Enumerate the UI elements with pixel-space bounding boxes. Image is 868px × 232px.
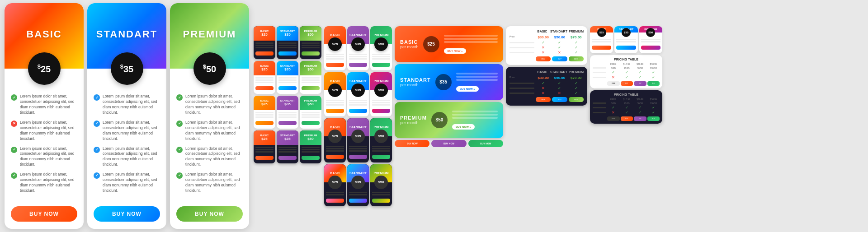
dark3-standart-btn[interactable] — [349, 155, 367, 159]
circle-standart-btn[interactable] — [349, 63, 367, 67]
check-icon-blue: ✓ — [94, 94, 100, 101]
dark2-premium-btn[interactable] — [302, 156, 320, 160]
check-icon-green-2: ✓ — [11, 147, 17, 153]
circle-premium-btn[interactable] — [372, 63, 390, 67]
premium-buy-button[interactable]: BUY NOW — [176, 206, 243, 222]
dark-free-btn[interactable]: FREE — [607, 116, 620, 121]
tier1-btn[interactable]: BUY — [621, 81, 633, 86]
check-icon-blue-3: ✓ — [94, 147, 100, 153]
dark-line-3 — [255, 47, 274, 48]
dark-standart-body — [277, 41, 298, 59]
main-pricing-cards: BASIC $25 ✓ Lorem ipsum dolor sit amet, … — [5, 3, 249, 228]
rainbow-standart-btn[interactable] — [349, 199, 367, 203]
circle-standart: STANDART $35 — [347, 26, 369, 70]
dark-basic-buy[interactable]: BUY NOW — [395, 140, 429, 147]
basic-title: BASIC — [26, 28, 61, 40]
dark-standart-btn[interactable] — [278, 51, 297, 56]
dark2-basic-btn[interactable] — [255, 156, 274, 160]
dark3-basic-btn[interactable] — [326, 155, 344, 159]
dark-prem-line-2 — [302, 45, 320, 46]
circle2-basic-btn[interactable] — [326, 109, 344, 113]
ptag-basic-btn[interactable] — [592, 46, 611, 50]
ptag-standart: STANDART $35 — [614, 26, 637, 53]
dark-mini-row-1: BASIC $25 STANDART $35 — [254, 26, 321, 59]
dark-tier1-btn[interactable]: BUY — [621, 116, 633, 121]
dark-premium-price: $50 — [307, 32, 313, 37]
std-feature-1: ✓ Lorem ipsum dolor sit amet, consectetu… — [94, 94, 160, 116]
dark-standart-header: STANDART $35 — [277, 26, 298, 41]
white-premium-btn[interactable] — [302, 86, 320, 90]
comp-premium-btn[interactable]: BUY — [569, 56, 584, 61]
rainbow-premium-btn[interactable] — [372, 199, 390, 203]
basic-banner-btn[interactable]: BUY NOW » — [444, 48, 467, 54]
comp-basic-btn[interactable]: BUY — [536, 56, 551, 61]
dark-comp-standart-btn[interactable]: BUY — [552, 97, 567, 102]
circle2-premium-btn[interactable] — [372, 109, 390, 113]
white-basic-btn[interactable] — [255, 86, 274, 90]
standart-price-circle: $35 — [111, 52, 143, 85]
standart-buy-button[interactable]: BUY NOW — [94, 206, 160, 222]
white-standart-card: STANDART $35 — [277, 61, 298, 94]
circle-basic: BASIC $25 — [324, 26, 346, 70]
standart-price: $35 — [120, 63, 133, 74]
dark2-standart-btn[interactable] — [278, 156, 297, 160]
tier2-btn[interactable]: BUY — [634, 81, 646, 86]
dark-standart-price: $35 — [284, 32, 290, 37]
dark-btn-row: BUY NOW BUY NOW BUY NOW — [395, 140, 503, 147]
dark3-premium-btn[interactable] — [372, 155, 390, 159]
white-basic-card: BASIC $25 — [254, 61, 275, 94]
green-premium-btn[interactable] — [302, 121, 320, 125]
premium-card: PREMIUM $50 ✓ Lorem ipsum dolor sit amet… — [170, 3, 249, 228]
purple-standart-btn[interactable] — [278, 121, 297, 125]
circle2-standart-btn[interactable] — [349, 109, 367, 113]
comp-col-premium: PREMIUM — [569, 30, 584, 33]
dark-standart-buy[interactable]: BUY NOW — [431, 140, 466, 147]
dark-basic-btn[interactable] — [255, 51, 274, 56]
std-feature-2: ✓ Lorem ipsum dolor sit amet, consectetu… — [94, 120, 160, 142]
comp-standart-btn[interactable]: BUY — [552, 56, 567, 61]
basic-buy-button[interactable]: BUY NOW — [11, 206, 77, 222]
white-basic-header: BASIC $25 — [254, 61, 275, 75]
dark-premium-card: PREMIUM $50 — [300, 26, 321, 59]
dark-comp-btn-row: BUY BUY BUY — [509, 97, 584, 102]
premium-banner: PREMIUM per month $50 BUY NOW » — [395, 102, 503, 138]
premium-banner-btn[interactable]: BUY NOW » — [452, 124, 475, 130]
circle-premium-price: $50 — [374, 37, 388, 51]
dark-comp-col-basic: BASIC — [536, 70, 549, 74]
dark-comp-premium-btn[interactable]: BUY — [569, 97, 584, 102]
dark-premium-btn[interactable] — [302, 51, 320, 56]
check-icon-prem-3: ✓ — [176, 147, 183, 153]
ptag-premium-btn[interactable] — [641, 46, 660, 50]
ptag-basic: BASIC $25 — [590, 26, 613, 53]
ptag-standart-btn[interactable] — [616, 46, 636, 50]
basic-price: $25 — [38, 63, 51, 74]
circle-row-3: BASIC $25 STANDART $35 — [324, 118, 392, 162]
dark-comp-basic-btn[interactable]: BUY — [536, 97, 551, 102]
comp-col-basic: BASIC — [536, 30, 549, 33]
price-tag-row-1: BASIC $25 STANDART $35 — [590, 26, 662, 53]
standart-banner: STANDART per month $35 BUY NOW » — [395, 64, 503, 100]
dark-tier3-btn[interactable]: BUY — [647, 116, 660, 121]
white-standart-btn[interactable] — [278, 86, 297, 90]
rainbow-basic-btn[interactable] — [326, 199, 344, 203]
comp-btn-row: BUY BUY BUY — [509, 56, 584, 61]
free-btn[interactable]: FREE — [607, 81, 620, 86]
circle-basic-btn[interactable] — [326, 63, 344, 67]
standart-features: ✓ Lorem ipsum dolor sit amet, consectetu… — [87, 85, 166, 202]
standart-title: STANDART — [96, 28, 157, 40]
circle-premium: PREMIUM $50 — [370, 26, 392, 70]
tier3-btn[interactable]: BUY — [647, 81, 660, 86]
dark-tier2-btn[interactable]: BUY — [634, 116, 646, 121]
standart-banner-btn[interactable]: BUY NOW » — [456, 86, 479, 92]
prem-feature-4: ✓ Lorem ipsum dolor sit amet, consectetu… — [176, 172, 243, 194]
orange-basic-btn[interactable] — [255, 121, 274, 125]
white-mini-row: BASIC $25 STANDART $35 — [254, 61, 321, 94]
basic-card: BASIC $25 ✓ Lorem ipsum dolor sit amet, … — [5, 3, 84, 228]
basic-price-circle: $25 — [28, 52, 61, 85]
dark-basic-body — [254, 41, 275, 59]
premium-title: PREMIUM — [183, 28, 236, 40]
dark-premium-buy[interactable]: BUY NOW — [468, 140, 503, 147]
comp-row-1: ✓ ✓ ✓ — [509, 41, 584, 45]
dark-basic-card: BASIC $25 — [254, 26, 275, 59]
circle-basic-price: $25 — [328, 37, 342, 51]
